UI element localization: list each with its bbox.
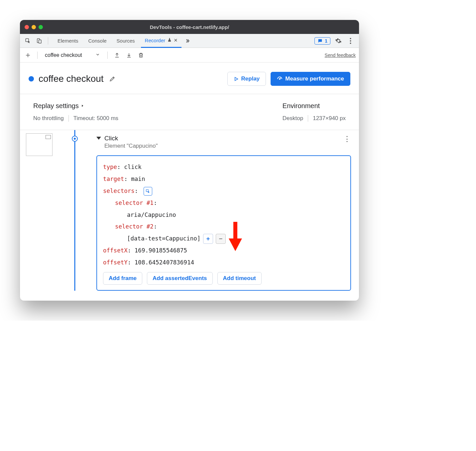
- prop-colon: :: [154, 200, 157, 206]
- window-title: DevTools - coffee-cart.netlify.app/: [20, 24, 359, 30]
- prop-colon: :: [135, 188, 138, 194]
- timeline: [57, 130, 93, 291]
- devtools-tabs: Elements Console Sources Recorder × 1: [20, 34, 359, 48]
- tab-label: Sources: [117, 38, 135, 44]
- recording-title: coffee checkout: [39, 74, 104, 84]
- recording-name: coffee checkout: [45, 52, 82, 58]
- divider: [48, 37, 48, 45]
- prop-value[interactable]: : 169.90185546875: [128, 247, 187, 254]
- chevron-right-icon: [81, 102, 84, 110]
- svg-rect-2: [39, 40, 42, 43]
- prop-key: target: [103, 176, 124, 182]
- tab-sources[interactable]: Sources: [113, 34, 139, 48]
- recording-dropdown[interactable]: coffee checkout: [43, 51, 102, 60]
- more-tabs-icon[interactable]: [183, 37, 191, 45]
- add-selector-button[interactable]: [203, 234, 213, 244]
- divider: [68, 115, 69, 122]
- minimize-window-button[interactable]: [32, 25, 36, 29]
- replay-settings-heading: Replay settings: [33, 102, 79, 110]
- svg-point-3: [350, 38, 351, 39]
- divider: [308, 115, 308, 122]
- export-icon[interactable]: [113, 51, 121, 59]
- prop-colon: :: [154, 223, 157, 230]
- caret-down-icon: [96, 137, 101, 140]
- prop-value[interactable]: : 108.6452407836914: [128, 259, 194, 266]
- prop-value[interactable]: : click: [117, 164, 142, 170]
- element-picker-icon[interactable]: [144, 187, 152, 196]
- svg-point-6: [279, 78, 280, 79]
- measure-label: Measure performance: [285, 75, 344, 82]
- prop-value[interactable]: : main: [124, 176, 145, 182]
- delete-icon[interactable]: [137, 51, 145, 59]
- step-kebab-menu[interactable]: ⋮: [343, 135, 351, 143]
- step-subtitle: Element "Cappucino": [104, 143, 158, 149]
- settings-bar: Replay settings No throttling Timeout: 5…: [20, 94, 359, 130]
- step-title: Click: [104, 135, 158, 142]
- step-header[interactable]: Click Element "Cappucino" ⋮: [96, 135, 351, 149]
- recording-status-dot: [29, 76, 34, 81]
- add-timeout-button[interactable]: Add timeout: [217, 272, 262, 285]
- tab-label: Elements: [58, 38, 78, 44]
- close-window-button[interactable]: [25, 25, 29, 29]
- svg-point-4: [350, 40, 351, 42]
- svg-point-5: [350, 43, 351, 44]
- environment-settings: Environment Desktop 1237×940 px: [283, 102, 346, 122]
- selector-value[interactable]: [data-test=Cappucino]: [127, 233, 200, 245]
- step-thumbnail[interactable]: [26, 133, 53, 156]
- add-asserted-events-button[interactable]: Add assertedEvents: [147, 272, 212, 285]
- device-value: Desktop: [283, 115, 303, 122]
- recording-header: coffee checkout Replay Measure performan…: [20, 63, 359, 94]
- prop-key: offsetY: [103, 259, 128, 266]
- edit-title-icon[interactable]: [108, 75, 116, 83]
- tab-label: Recorder: [145, 38, 166, 43]
- timeout-value: Timeout: 5000 ms: [73, 115, 118, 122]
- new-recording-icon[interactable]: [24, 51, 32, 59]
- replay-button[interactable]: Replay: [227, 72, 266, 86]
- step-properties: type: click target: main selectors: sele…: [96, 155, 351, 291]
- recorder-toolbar: coffee checkout Send feedback: [20, 48, 359, 63]
- import-icon[interactable]: [125, 51, 133, 59]
- traffic-lights: [25, 25, 43, 29]
- send-feedback-link[interactable]: Send feedback: [325, 53, 356, 58]
- prop-key: selector #1: [115, 200, 154, 206]
- selector-value[interactable]: aria/Cappucino: [127, 212, 176, 218]
- replay-settings[interactable]: Replay settings No throttling Timeout: 5…: [33, 102, 118, 122]
- divider: [37, 52, 38, 59]
- divider: [107, 52, 108, 59]
- tab-elements[interactable]: Elements: [54, 34, 82, 48]
- maximize-window-button[interactable]: [39, 25, 43, 29]
- tab-label: Console: [88, 38, 107, 44]
- prop-key: type: [103, 164, 117, 170]
- titlebar: DevTools - coffee-cart.netlify.app/: [20, 20, 359, 34]
- prop-key: selectors: [103, 188, 135, 194]
- devtools-window: DevTools - coffee-cart.netlify.app/ Elem…: [20, 20, 359, 301]
- tab-console[interactable]: Console: [84, 34, 111, 48]
- prop-key: selector #2: [115, 223, 154, 230]
- device-toolbar-icon[interactable]: [35, 37, 43, 45]
- close-tab-icon[interactable]: ×: [174, 37, 178, 44]
- inspect-icon[interactable]: [24, 37, 32, 45]
- chevron-down-icon: [95, 52, 100, 58]
- step-area: Click Element "Cappucino" ⋮ type: click …: [20, 130, 359, 301]
- viewport-value: 1237×940 px: [313, 115, 346, 122]
- measure-performance-button[interactable]: Measure performance: [271, 72, 350, 86]
- tab-recorder[interactable]: Recorder ×: [141, 34, 181, 48]
- add-frame-button[interactable]: Add frame: [103, 272, 142, 285]
- kebab-menu-icon[interactable]: [346, 37, 354, 45]
- issues-badge[interactable]: 1: [314, 37, 330, 45]
- flask-icon: [167, 38, 172, 43]
- remove-selector-button[interactable]: [216, 234, 226, 244]
- settings-icon[interactable]: [334, 37, 342, 45]
- prop-key: offsetX: [103, 247, 128, 254]
- environment-heading: Environment: [283, 102, 320, 110]
- throttling-value: No throttling: [33, 115, 64, 122]
- replay-label: Replay: [241, 75, 260, 82]
- issues-count: 1: [325, 38, 327, 44]
- timeline-node[interactable]: [72, 136, 78, 142]
